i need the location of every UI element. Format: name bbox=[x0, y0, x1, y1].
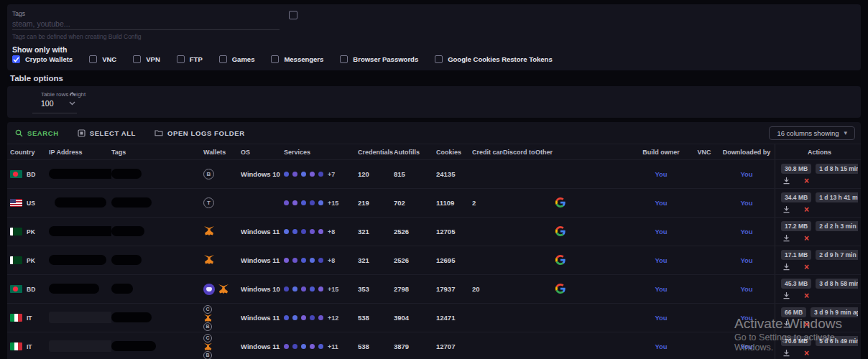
col-header-tags[interactable]: Tags bbox=[111, 149, 203, 156]
os-value: Windows 10 bbox=[241, 285, 284, 293]
delete-button[interactable]: × bbox=[804, 235, 809, 242]
download-button[interactable] bbox=[782, 234, 790, 242]
table-row[interactable]: BD Windows 10 +15 353 2798 17937 20 You … bbox=[7, 274, 861, 303]
filter-checkbox-crypto-wallets[interactable]: Crypto Wallets bbox=[12, 55, 73, 63]
columns-showing-label: 16 columns showing bbox=[777, 129, 839, 137]
downloaded-by-link[interactable]: You bbox=[740, 170, 752, 178]
table-row[interactable]: US T +15 219 702 11109 2 You You 34.4 MB… bbox=[7, 188, 861, 217]
col-header-autofills[interactable]: Autofills bbox=[394, 149, 436, 156]
select-all-button[interactable]: SELECT ALL bbox=[78, 129, 136, 137]
delete-button[interactable]: × bbox=[804, 177, 809, 185]
filter-checkbox-ftp[interactable]: FTP bbox=[177, 55, 203, 63]
actions-cell: 30.8 MB1 d 8 h 15 min ago × bbox=[775, 160, 858, 188]
open-logs-folder-button[interactable]: OPEN LOGS FOLDER bbox=[154, 129, 245, 137]
chevron-up-icon[interactable] bbox=[69, 92, 75, 96]
col-header-country[interactable]: Country bbox=[10, 149, 49, 156]
filter-label: Browser Passwords bbox=[353, 55, 418, 63]
delete-button[interactable]: × bbox=[804, 292, 809, 299]
cookies-value: 12707 bbox=[436, 342, 472, 350]
build-owner-link[interactable]: You bbox=[655, 342, 667, 350]
download-button[interactable] bbox=[782, 205, 790, 213]
delete-button[interactable]: × bbox=[804, 206, 809, 213]
col-header-ip-address[interactable]: IP Address bbox=[49, 149, 111, 156]
table-row[interactable]: IT CB Windows 11 +12 538 3904 12471 You … bbox=[7, 303, 861, 332]
downloaded-by-link[interactable]: You bbox=[740, 256, 752, 264]
table-row[interactable]: IT CB Windows 11 +11 538 3879 12707 You … bbox=[7, 332, 861, 359]
chevron-down-icon[interactable] bbox=[69, 101, 75, 106]
table-row[interactable]: PK Windows 11 +8 321 2526 12705 You You … bbox=[7, 217, 861, 246]
download-button[interactable] bbox=[782, 263, 790, 271]
download-icon bbox=[782, 320, 790, 328]
search-button[interactable]: SEARCH bbox=[15, 129, 59, 137]
col-header-build-owner[interactable]: Build owner bbox=[632, 149, 690, 156]
rows-height-stepper[interactable]: Table rows height 100 bbox=[32, 89, 77, 113]
col-header-credit-cards[interactable]: Credit cards bbox=[472, 149, 503, 156]
delete-button[interactable]: × bbox=[804, 321, 809, 328]
col-header-downloaded-by[interactable]: Downloaded by bbox=[719, 149, 775, 156]
build-owner-link[interactable]: You bbox=[655, 199, 667, 207]
checked-checkbox-icon bbox=[12, 55, 20, 63]
col-header-wallets[interactable]: Wallets bbox=[203, 149, 241, 156]
filter-checkbox-messengers[interactable]: Messengers bbox=[271, 55, 323, 63]
flag-it-icon bbox=[10, 314, 22, 322]
downloaded-by-link[interactable]: You bbox=[740, 342, 752, 350]
credit-cards-value: 2 bbox=[472, 199, 503, 207]
delete-button[interactable]: × bbox=[804, 264, 809, 271]
filter-checkbox-vpn[interactable]: VPN bbox=[133, 55, 160, 63]
cookies-value: 24135 bbox=[436, 170, 472, 178]
filter-checkbox-browser-passwords[interactable]: Browser Passwords bbox=[340, 55, 418, 63]
download-button[interactable] bbox=[782, 177, 790, 185]
unchecked-checkbox-icon bbox=[219, 55, 227, 63]
col-header-discord-tokens[interactable]: Discord tokens bbox=[503, 149, 535, 156]
size-badge: 17.1 MB bbox=[781, 250, 811, 260]
col-header-services[interactable]: Services bbox=[284, 149, 358, 156]
filter-label: Google Cookies Restore Tokens bbox=[448, 55, 553, 63]
filter-label: VPN bbox=[146, 55, 160, 63]
wallet-letter-c-icon: C bbox=[203, 305, 212, 314]
cookies-value: 17937 bbox=[436, 285, 472, 293]
filter-checkbox-games[interactable]: Games bbox=[219, 55, 255, 63]
build-owner-link[interactable]: You bbox=[655, 314, 667, 322]
build-owner-link[interactable]: You bbox=[655, 228, 667, 236]
country-code: PK bbox=[27, 228, 35, 236]
col-header-cookies[interactable]: Cookies bbox=[436, 149, 472, 156]
build-owner-link[interactable]: You bbox=[655, 170, 667, 178]
wallet-letter-c-icon: C bbox=[203, 334, 212, 342]
col-header-credentials[interactable]: Credentials bbox=[358, 149, 394, 156]
downloaded-by-link[interactable]: You bbox=[740, 228, 752, 236]
downloaded-by-link[interactable]: You bbox=[740, 199, 752, 207]
redacted-ip bbox=[55, 197, 106, 208]
downloaded-by-link[interactable]: You bbox=[740, 285, 752, 293]
tags-input-label: Tags bbox=[12, 9, 280, 17]
redacted-tag bbox=[111, 226, 144, 236]
download-button[interactable] bbox=[782, 292, 790, 299]
redacted-tag bbox=[111, 284, 133, 294]
filter-label: VNC bbox=[102, 55, 116, 63]
col-header-os[interactable]: OS bbox=[241, 149, 284, 156]
filter-checkbox-vnc[interactable]: VNC bbox=[89, 55, 116, 63]
table-row[interactable]: BD B Windows 10 +7 120 815 24135 You You… bbox=[7, 159, 861, 188]
download-button[interactable] bbox=[782, 349, 790, 357]
columns-showing-dropdown[interactable]: 16 columns showing ▾ bbox=[769, 126, 855, 140]
col-header-actions[interactable]: Actions bbox=[775, 144, 858, 159]
redacted-ip bbox=[49, 340, 111, 352]
autofills-value: 815 bbox=[394, 170, 436, 178]
downloaded-by-link[interactable]: You bbox=[740, 314, 752, 322]
table-row[interactable]: PK Windows 11 +8 321 2526 12695 You You … bbox=[7, 246, 861, 274]
delete-button[interactable]: × bbox=[804, 350, 809, 357]
filter-checkbox-google-cookies-restore-tokens[interactable]: Google Cookies Restore Tokens bbox=[435, 55, 553, 63]
standalone-checkbox[interactable] bbox=[289, 11, 297, 19]
download-button[interactable] bbox=[782, 320, 790, 328]
autofills-value: 2526 bbox=[394, 228, 436, 236]
flag-bd-icon bbox=[10, 170, 22, 178]
country-code: US bbox=[27, 200, 35, 207]
build-owner-link[interactable]: You bbox=[655, 256, 667, 264]
build-owner-link[interactable]: You bbox=[655, 285, 667, 293]
autofills-value: 3904 bbox=[394, 314, 436, 322]
unchecked-checkbox-icon bbox=[271, 55, 279, 63]
col-header-other[interactable]: Other bbox=[535, 149, 632, 156]
tags-input[interactable]: Tags steam, youtube... bbox=[12, 9, 280, 30]
credit-cards-value: 20 bbox=[472, 285, 503, 293]
select-all-icon bbox=[78, 129, 86, 137]
col-header-vnc[interactable]: VNC bbox=[690, 149, 719, 156]
